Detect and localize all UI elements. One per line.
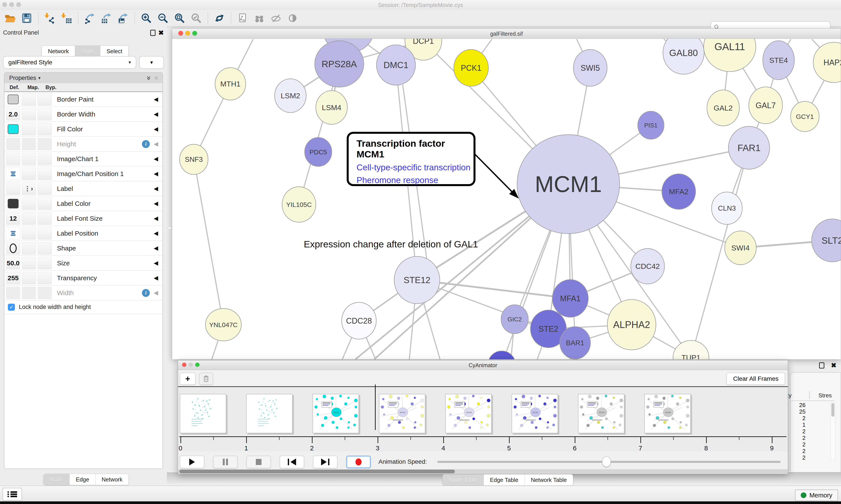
def-cell[interactable] bbox=[6, 197, 20, 210]
property-row-image-chart-1[interactable]: Image/Chart 1◀ bbox=[4, 151, 162, 166]
collapse-all-icon[interactable]: » bbox=[151, 76, 160, 80]
byp-cell[interactable] bbox=[38, 212, 52, 224]
zoom-in-icon[interactable] bbox=[139, 11, 153, 25]
column-header-stress[interactable]: Stres bbox=[819, 392, 832, 399]
frame-thumbnail-3[interactable]: MCM1 bbox=[379, 394, 425, 433]
map-cell[interactable] bbox=[22, 287, 36, 299]
def-cell[interactable] bbox=[6, 242, 20, 254]
expand-row-icon[interactable]: ◀ bbox=[154, 245, 158, 252]
node-gal11[interactable]: GAL11 bbox=[704, 39, 756, 72]
def-cell[interactable] bbox=[6, 287, 20, 299]
network-from-selection-icon[interactable] bbox=[236, 11, 250, 25]
annotation-box[interactable]: Transcription factor MCM1 Cell-type-spec… bbox=[347, 132, 476, 186]
color-swatch[interactable] bbox=[8, 94, 19, 104]
node-gal80[interactable]: GAL80 bbox=[663, 39, 704, 74]
tab-edge-table[interactable]: Edge Table bbox=[484, 474, 525, 485]
property-row-transparency[interactable]: 255Transparency◀ bbox=[4, 271, 162, 286]
byp-cell[interactable] bbox=[38, 108, 52, 121]
def-cell[interactable] bbox=[6, 227, 20, 239]
frame-thumbnail-1[interactable] bbox=[246, 394, 292, 433]
node-alpha2[interactable]: ALPHA2 bbox=[607, 300, 656, 350]
node-cdc28[interactable]: CDC28 bbox=[342, 302, 376, 339]
map-cell[interactable] bbox=[22, 197, 36, 210]
node-gal2[interactable]: GAL2 bbox=[707, 90, 739, 126]
skip-to-start-button[interactable] bbox=[280, 456, 304, 468]
style-selector[interactable]: galFiltered Style ▾ bbox=[3, 56, 136, 69]
byp-cell[interactable] bbox=[38, 287, 52, 299]
node-swi4[interactable]: SWI4 bbox=[725, 231, 756, 265]
export-image-icon[interactable] bbox=[116, 11, 130, 25]
def-cell[interactable] bbox=[6, 93, 20, 106]
byp-cell[interactable] bbox=[38, 183, 52, 195]
node-ynl047c[interactable]: YNL047C bbox=[205, 308, 241, 341]
import-network-icon[interactable] bbox=[43, 11, 57, 25]
map-cell[interactable] bbox=[22, 272, 36, 284]
float-panel-icon[interactable] bbox=[150, 30, 156, 36]
map-cell[interactable]: ⋮› bbox=[22, 183, 36, 195]
annotation-link[interactable]: Pheromone response bbox=[357, 175, 473, 185]
tab-network-table[interactable]: Network Table bbox=[525, 474, 573, 485]
save-session-icon[interactable] bbox=[20, 11, 34, 25]
node-dmc1[interactable]: DMC1 bbox=[376, 45, 415, 85]
map-cell[interactable] bbox=[22, 168, 36, 180]
def-cell[interactable] bbox=[6, 138, 20, 150]
color-swatch[interactable] bbox=[8, 199, 19, 209]
property-row-fill-color[interactable]: Fill Color◀ bbox=[4, 122, 162, 137]
frame-thumbnail-6[interactable]: MCM1 bbox=[578, 394, 624, 433]
expand-row-icon[interactable]: ◀ bbox=[154, 260, 158, 267]
frame-thumbnail-7[interactable]: MCM1 bbox=[644, 394, 691, 433]
node-lsm2[interactable]: LSM2 bbox=[275, 79, 306, 112]
def-cell[interactable] bbox=[6, 123, 20, 135]
property-row-label-font-size[interactable]: 12Label Font Size◀ bbox=[4, 211, 162, 226]
expand-row-icon[interactable]: ◀ bbox=[154, 230, 158, 237]
record-button[interactable] bbox=[346, 456, 371, 468]
apply-layout-icon[interactable] bbox=[212, 11, 227, 25]
expand-row-icon[interactable]: ◀ bbox=[154, 274, 158, 281]
open-session-icon[interactable] bbox=[3, 11, 17, 25]
property-row-height[interactable]: Heighti◀ bbox=[4, 137, 162, 151]
task-history-button[interactable] bbox=[3, 488, 22, 501]
frame-thumbnail-2[interactable]: MCM1 bbox=[312, 394, 359, 433]
node-pis1[interactable]: PIS1 bbox=[638, 111, 664, 139]
expand-row-icon[interactable]: ◀ bbox=[154, 215, 158, 222]
property-row-label[interactable]: ⋮›Label◀ bbox=[4, 181, 162, 196]
node-mfa2[interactable]: MFA2 bbox=[662, 174, 696, 209]
network-canvas[interactable]: RPS28BDCP1RPS28ADMC1PCK1MTH1LSM2LSM4SNF3… bbox=[172, 39, 841, 359]
expand-row-icon[interactable]: ◀ bbox=[154, 96, 158, 103]
byp-cell[interactable] bbox=[38, 93, 52, 106]
node-ste12[interactable]: STE12 bbox=[394, 256, 440, 304]
properties-header[interactable]: Properties ▾ » » bbox=[4, 73, 162, 83]
tab-node[interactable]: Node bbox=[43, 474, 70, 485]
node-far1[interactable]: FAR1 bbox=[729, 126, 770, 169]
map-cell[interactable] bbox=[22, 257, 36, 269]
property-row-label-position[interactable]: Label Position◀ bbox=[4, 226, 162, 241]
byp-cell[interactable] bbox=[38, 153, 52, 165]
def-cell[interactable] bbox=[6, 183, 20, 195]
expand-row-icon[interactable]: ◀ bbox=[154, 185, 158, 192]
annotation-link[interactable]: Cell-type-specific transcription bbox=[357, 163, 473, 172]
info-icon[interactable]: i bbox=[142, 289, 150, 297]
slider-thumb[interactable] bbox=[602, 456, 611, 467]
expand-row-icon[interactable]: ◀ bbox=[154, 156, 158, 162]
node-bar1[interactable]: BAR1 bbox=[560, 327, 590, 359]
zoom-selected-icon[interactable] bbox=[189, 11, 203, 25]
show-all-icon[interactable] bbox=[286, 11, 300, 25]
close-panel-icon[interactable]: ✖ bbox=[158, 29, 164, 37]
map-cell[interactable] bbox=[22, 212, 36, 224]
def-cell[interactable] bbox=[6, 153, 20, 165]
expand-row-icon[interactable]: ◀ bbox=[154, 200, 158, 207]
property-row-border-paint[interactable]: Border Paint◀ bbox=[4, 92, 162, 107]
node-mth1[interactable]: MTH1 bbox=[215, 68, 246, 100]
node-mfa1[interactable]: MFA1 bbox=[552, 280, 588, 317]
def-cell[interactable] bbox=[6, 168, 20, 180]
map-cell[interactable] bbox=[22, 242, 36, 254]
float-panel-icon[interactable] bbox=[819, 362, 824, 368]
style-options-button[interactable]: ▾ bbox=[139, 56, 164, 69]
node-ste4[interactable]: STE4 bbox=[763, 41, 794, 80]
tab-node-table[interactable]: Node Table bbox=[443, 474, 484, 485]
expand-row-icon[interactable]: ◀ bbox=[154, 170, 158, 177]
close-panel-icon[interactable]: ✖ bbox=[831, 361, 836, 369]
node-snf3[interactable]: SNF3 bbox=[180, 144, 208, 175]
timeline-playhead[interactable] bbox=[375, 384, 376, 430]
zoom-fit-icon[interactable] bbox=[173, 11, 186, 25]
